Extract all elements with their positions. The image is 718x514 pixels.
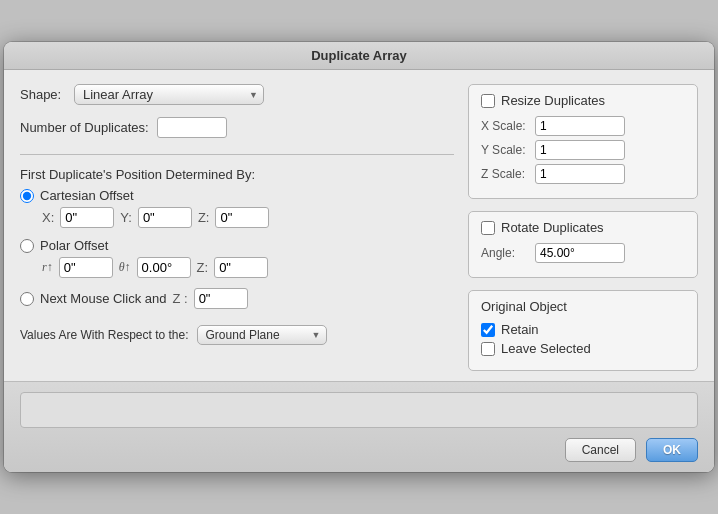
polar-group: Polar Offset r↑ θ↑ Z: [20, 238, 454, 278]
ok-button[interactable]: OK [646, 438, 698, 462]
cart-y-input[interactable] [138, 207, 192, 228]
shape-row: Shape: Linear Array Radial Array Grid Ar… [20, 84, 454, 105]
resize-title: Resize Duplicates [481, 93, 685, 108]
polar-z-label: Z: [197, 260, 209, 275]
title-bar: Duplicate Array [4, 42, 714, 70]
cartesian-label[interactable]: Cartesian Offset [40, 188, 134, 203]
polar-radio-row: Polar Offset [20, 238, 454, 253]
position-section: First Duplicate's Position Determined By… [20, 167, 454, 309]
bottom-bar: Cancel OK [4, 381, 714, 472]
respect-select-wrapper: Ground Plane Layer Plane User Coordinate [197, 325, 327, 345]
num-duplicates-row: Number of Duplicates: [20, 117, 454, 138]
cartesian-fields: X: Y: Z: [42, 207, 454, 228]
next-mouse-label[interactable]: Next Mouse Click and [40, 291, 166, 306]
polar-radio[interactable] [20, 239, 34, 253]
left-panel: Shape: Linear Array Radial Array Grid Ar… [20, 84, 454, 371]
z-scale-row: Z Scale: [481, 164, 685, 184]
next-mouse-z-input[interactable] [194, 288, 248, 309]
rotate-title: Rotate Duplicates [481, 220, 685, 235]
retain-label[interactable]: Retain [501, 322, 539, 337]
retain-row: Retain [481, 322, 685, 337]
cartesian-radio-row: Cartesian Offset [20, 188, 454, 203]
polar-fields: r↑ θ↑ Z: [42, 257, 454, 278]
cart-x-label: X: [42, 210, 54, 225]
angle-input[interactable] [535, 243, 625, 263]
theta-icon: θ↑ [119, 260, 131, 275]
leave-selected-checkbox[interactable] [481, 342, 495, 356]
right-panel: Resize Duplicates X Scale: Y Scale: Z Sc… [468, 84, 698, 371]
divider-1 [20, 154, 454, 155]
x-scale-label: X Scale: [481, 119, 529, 133]
z-scale-input[interactable] [535, 164, 625, 184]
cartesian-radio[interactable] [20, 189, 34, 203]
shape-select[interactable]: Linear Array Radial Array Grid Array [74, 84, 264, 105]
r-icon: r↑ [42, 260, 53, 275]
original-object-title: Original Object [481, 299, 685, 314]
cart-z-input[interactable] [215, 207, 269, 228]
next-mouse-radio[interactable] [20, 292, 34, 306]
dialog: Duplicate Array Shape: Linear Array Radi… [4, 42, 714, 472]
preview-area [20, 392, 698, 428]
z-scale-label: Z Scale: [481, 167, 529, 181]
shape-label: Shape: [20, 87, 66, 102]
num-duplicates-input[interactable] [157, 117, 227, 138]
num-duplicates-label: Number of Duplicates: [20, 120, 149, 135]
leave-selected-row: Leave Selected [481, 341, 685, 356]
next-mouse-group: Next Mouse Click and Z : [20, 288, 454, 309]
cart-y-label: Y: [120, 210, 132, 225]
resize-section: Resize Duplicates X Scale: Y Scale: Z Sc… [468, 84, 698, 199]
respect-select[interactable]: Ground Plane Layer Plane User Coordinate [197, 325, 327, 345]
shape-select-wrapper: Linear Array Radial Array Grid Array [74, 84, 264, 105]
respect-row: Values Are With Respect to the: Ground P… [20, 325, 454, 345]
y-scale-row: Y Scale: [481, 140, 685, 160]
rotate-label[interactable]: Rotate Duplicates [501, 220, 604, 235]
resize-checkbox[interactable] [481, 94, 495, 108]
leave-selected-label[interactable]: Leave Selected [501, 341, 591, 356]
cart-z-label: Z: [198, 210, 210, 225]
polar-label[interactable]: Polar Offset [40, 238, 108, 253]
x-scale-row: X Scale: [481, 116, 685, 136]
cart-x-input[interactable] [60, 207, 114, 228]
position-title: First Duplicate's Position Determined By… [20, 167, 454, 182]
rotate-checkbox[interactable] [481, 221, 495, 235]
next-mouse-radio-row: Next Mouse Click and Z : [20, 288, 454, 309]
polar-z-input[interactable] [214, 257, 268, 278]
dialog-title: Duplicate Array [311, 48, 407, 63]
rotate-section: Rotate Duplicates Angle: [468, 211, 698, 278]
y-scale-label: Y Scale: [481, 143, 529, 157]
angle-label: Angle: [481, 246, 529, 260]
angle-row: Angle: [481, 243, 685, 263]
polar-theta-input[interactable] [137, 257, 191, 278]
button-row: Cancel OK [20, 438, 698, 462]
retain-checkbox[interactable] [481, 323, 495, 337]
cartesian-group: Cartesian Offset X: Y: Z: [20, 188, 454, 228]
next-mouse-z-label: Z : [172, 291, 187, 306]
position-radio-group: Cartesian Offset X: Y: Z: [20, 188, 454, 309]
cancel-button[interactable]: Cancel [565, 438, 636, 462]
respect-label: Values Are With Respect to the: [20, 328, 189, 342]
original-object-section: Original Object Retain Leave Selected [468, 290, 698, 371]
polar-r-input[interactable] [59, 257, 113, 278]
x-scale-input[interactable] [535, 116, 625, 136]
resize-label[interactable]: Resize Duplicates [501, 93, 605, 108]
y-scale-input[interactable] [535, 140, 625, 160]
